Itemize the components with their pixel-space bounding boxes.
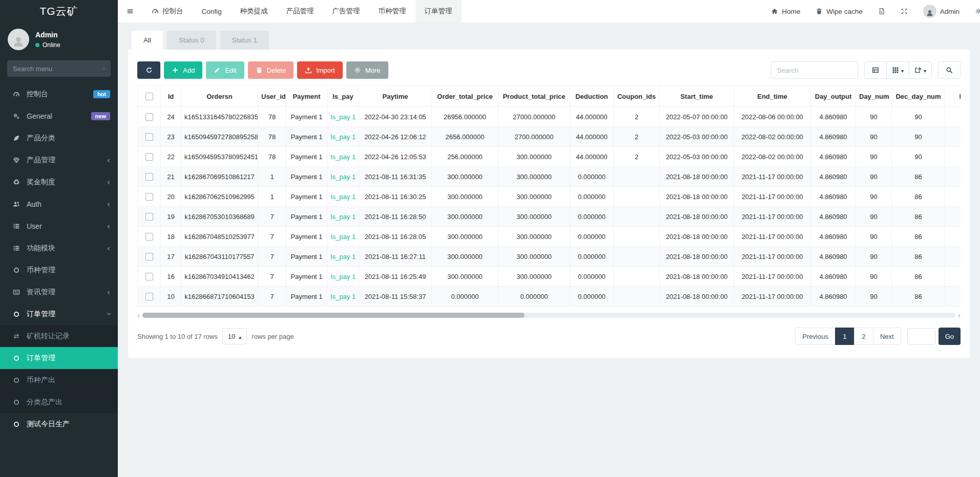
row-checkbox[interactable] (145, 193, 153, 201)
next-page-button[interactable]: Next (873, 328, 901, 345)
column-header[interactable]: Order_total_price (432, 86, 498, 107)
tab-status-1[interactable]: Status 1 (220, 31, 269, 50)
edit-button[interactable]: Edit (206, 61, 244, 79)
settings-button[interactable] (967, 0, 980, 23)
column-header[interactable]: Start_time (660, 86, 734, 107)
cell-paytime: 2021-08-11 16:25:49 (359, 267, 432, 287)
row-checkbox[interactable] (145, 153, 153, 161)
delete-button[interactable]: Delete (248, 61, 294, 79)
search-button[interactable] (938, 61, 961, 79)
cell-is-pay[interactable]: Is_pay 1 (327, 207, 359, 227)
sidebar-subitem-category-output[interactable]: 分类总产出 (0, 391, 118, 413)
sidebar-subitem-order-manage[interactable]: 订单管理 (0, 347, 118, 369)
page-2-button[interactable]: 2 (854, 328, 873, 345)
column-header[interactable]: Day_output (811, 86, 856, 107)
column-header[interactable]: Dec_day_num (892, 86, 945, 107)
add-button[interactable]: Add (164, 61, 202, 79)
column-header[interactable]: End_time (734, 86, 811, 107)
cell-is-pay[interactable]: Is_pay 1 (327, 167, 359, 187)
sidebar-search-input[interactable] (13, 65, 103, 73)
more-button[interactable]: More (346, 61, 388, 79)
scroll-left-icon[interactable] (137, 311, 140, 319)
previous-page-button[interactable]: Previous (795, 328, 836, 345)
cell-is-pay[interactable]: Is_pay 1 (327, 107, 359, 127)
sidebar-item-news-manage[interactable]: 资讯管理 (0, 281, 118, 303)
row-checkbox[interactable] (145, 253, 153, 261)
row-checkbox[interactable] (145, 293, 153, 300)
row-checkbox[interactable] (145, 213, 153, 221)
column-header[interactable]: Paytime (359, 86, 432, 107)
row-checkbox[interactable] (145, 133, 153, 141)
cell-is-pay[interactable]: Is_pay 1 (327, 287, 359, 307)
page-1-button[interactable]: 1 (835, 328, 854, 345)
scrollbar-thumb[interactable] (142, 313, 525, 318)
column-header[interactable]: User_id (258, 86, 286, 107)
column-header[interactable]: Payment (286, 86, 327, 107)
column-header[interactable]: Coupon_ids (614, 86, 660, 107)
language-button[interactable] (870, 0, 893, 23)
row-checkbox[interactable] (145, 113, 153, 121)
sidebar-subitem-coin-output[interactable]: 币种产出 (0, 369, 118, 391)
export-button[interactable] (909, 61, 932, 79)
topnav-tab-currency[interactable]: 币种管理 (369, 0, 415, 23)
cell-paytime: 2021-08-11 16:30:25 (359, 187, 432, 207)
scroll-right-icon[interactable] (958, 311, 961, 319)
cell-is-pay[interactable]: Is_pay 1 (327, 267, 359, 287)
home-button[interactable]: Home (763, 0, 808, 23)
cell-end-time: 2021-11-17 00:00:00 (734, 187, 811, 207)
column-header[interactable]: Deduction (570, 86, 614, 107)
column-header[interactable]: Is_pay (327, 86, 359, 107)
topnav-tab-ads[interactable]: 广告管理 (323, 0, 369, 23)
sidebar-item-auth[interactable]: Auth (0, 193, 118, 215)
sidebar-item-bonus[interactable]: ♻ 奖金制度 (0, 171, 118, 193)
column-header[interactable]: Product_total_price (498, 86, 570, 107)
goto-page-input[interactable] (907, 328, 935, 345)
sidebar-subitem-transfer-records[interactable]: 矿机转让记录 (0, 325, 118, 347)
cell-is-pay[interactable]: Is_pay 1 (327, 247, 359, 267)
sidebar-item-order-manage[interactable]: 订单管理 (0, 303, 118, 325)
sidebar-item-modules[interactable]: 功能模块 (0, 237, 118, 259)
column-header[interactable]: Id (161, 86, 181, 107)
sidebar-item-today-production[interactable]: 测试今日生产 (0, 413, 118, 435)
cell-is-pay[interactable]: Is_pay 1 (327, 127, 359, 147)
topnav-tab-dashboard[interactable]: 控制台 (142, 0, 193, 23)
sidebar-item-user[interactable]: User (0, 215, 118, 237)
wipe-cache-button[interactable]: Wipe cache (808, 0, 870, 23)
app-logo[interactable]: TG云矿 (0, 0, 118, 23)
refresh-button[interactable] (137, 61, 160, 79)
admin-menu[interactable]: Admin (915, 0, 967, 23)
horizontal-scrollbar[interactable] (142, 313, 955, 318)
page-size-dropdown[interactable]: 10 (222, 328, 247, 344)
topnav-tab-orders[interactable]: 订单管理 (415, 0, 462, 23)
go-button[interactable]: Go (939, 328, 961, 345)
import-button[interactable]: Import (297, 61, 343, 79)
sidebar-item-dashboard[interactable]: 控制台 hot (0, 83, 118, 105)
search-icon[interactable] (103, 66, 105, 72)
sidebar-item-product-category[interactable]: 产品分类 (0, 127, 118, 149)
row-checkbox[interactable] (145, 173, 153, 181)
sidebar-search (7, 60, 111, 77)
tab-all[interactable]: All (132, 31, 163, 50)
detail-view-button[interactable] (864, 61, 887, 79)
table-search-input[interactable] (771, 61, 858, 79)
topnav-tab-config[interactable]: Config (193, 0, 231, 23)
column-header[interactable]: Ordersn (181, 86, 258, 107)
cell-is-pay[interactable]: Is_pay 1 (327, 187, 359, 207)
tab-status-0[interactable]: Status 0 (167, 31, 216, 50)
cell-is-pay[interactable]: Is_pay 1 (327, 227, 359, 247)
sidebar-item-general[interactable]: General new (0, 105, 118, 127)
fullscreen-button[interactable] (893, 0, 915, 23)
column-header[interactable]: Day_num (856, 86, 892, 107)
columns-button[interactable] (886, 61, 909, 79)
sidebar-toggle-button[interactable] (118, 0, 142, 23)
topnav-tab-commission[interactable]: 种类提成 (231, 0, 277, 23)
topnav-tab-product[interactable]: 产品管理 (277, 0, 323, 23)
sidebar-item-product-manage[interactable]: 产品管理 (0, 149, 118, 171)
column-header[interactable]: Product_id (945, 86, 961, 107)
row-checkbox[interactable] (145, 273, 153, 280)
sidebar-item-currency-manage[interactable]: 币种管理 (0, 259, 118, 281)
cell-order-total-price: 256.000000 (432, 147, 498, 167)
select-all-checkbox[interactable] (145, 93, 153, 100)
cell-is-pay[interactable]: Is_pay 1 (327, 147, 359, 167)
row-checkbox[interactable] (145, 233, 153, 241)
